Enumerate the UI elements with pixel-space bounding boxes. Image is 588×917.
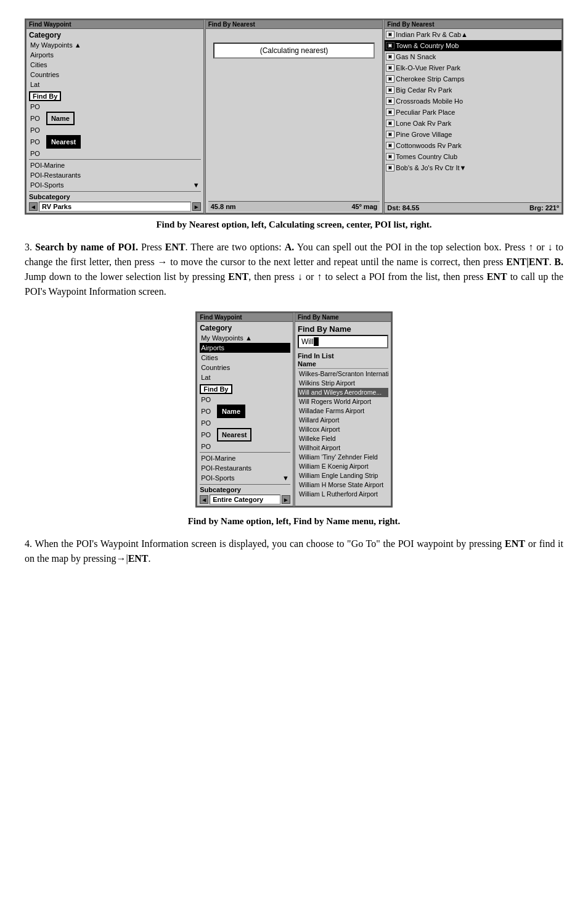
nearest-button[interactable]: Nearest (46, 135, 81, 149)
poi-item[interactable]: ▣ Indian Park Rv & Cab▲ (385, 29, 561, 40)
left-arrow-btn-b[interactable]: ◄ (200, 495, 208, 504)
name-list-item[interactable]: Wilkins Strip Airport (298, 379, 388, 388)
list-item: PO Nearest (29, 135, 201, 149)
name-list-item[interactable]: Willcox Airport (298, 425, 388, 434)
name-list-item[interactable]: Willadae Farms Airport (298, 406, 388, 416)
list-item: PO (200, 418, 290, 428)
name-list-item-selected[interactable]: Will and Wileys Aerodrome... (298, 388, 388, 397)
poi-icon: ▣ (386, 109, 394, 116)
poi-text: Peculiar Park Place (396, 107, 455, 117)
list-item: PO (200, 442, 290, 451)
poi-icon: ▣ (386, 75, 394, 83)
top-screenshot: Find Waypoint Category My Waypoints ▲ Ai… (25, 19, 563, 215)
bearing: 45º mag (351, 203, 377, 210)
poi-icon: ▣ (386, 120, 394, 127)
poi-item[interactable]: ▣ Bob's & Jo's Rv Ctr It▼ (385, 162, 561, 173)
poi-item[interactable]: ▣ Pine Grove Village (385, 129, 561, 140)
subcategory-value-b: Entire Category (210, 495, 280, 504)
poi-text: Crossroads Mobile Ho (396, 96, 463, 106)
name-col-label: Name (298, 360, 388, 369)
list-item: Countries (200, 363, 290, 372)
list-item: Cities (29, 60, 201, 70)
poi-item[interactable]: ▣ Cottonwoods Rv Park (385, 140, 561, 151)
poi-icon: ▣ (386, 86, 394, 94)
list-item: Cities (200, 353, 290, 363)
list-item: PO (29, 149, 201, 158)
list-item: POI-Sports▼ (29, 180, 201, 190)
para3-intro: Search by name of POI. (35, 242, 138, 252)
poi-icon: ▣ (386, 164, 394, 171)
poi-item[interactable]: ▣ Tomes Country Club (385, 151, 561, 162)
category-label: Category (29, 30, 201, 40)
poi-item[interactable]: ▣ Gas N Snack (385, 51, 561, 62)
list-item: My Waypoints ▲ (200, 333, 290, 343)
list-item: My Waypoints ▲ (29, 40, 201, 50)
name-button-b[interactable]: Name (217, 405, 245, 418)
caption2: Find by Name option, left, Find by Name … (25, 516, 563, 527)
poi-item[interactable]: ▣ Cherokee Strip Camps (385, 73, 561, 84)
list-item: POI-Marine (29, 160, 201, 170)
panel-find-waypoint-2: Find Waypoint Category My Waypoints ▲ Ai… (197, 313, 293, 506)
subcategory-label: Subcategory (29, 193, 70, 200)
poi-text: Lone Oak Rv Park (396, 118, 451, 128)
poi-item-selected[interactable]: ▣ Town & Country Mob (385, 40, 561, 51)
name-list-item[interactable]: Willhoit Airport (298, 443, 388, 453)
right-arrow-btn[interactable]: ► (192, 202, 201, 211)
subcategory-value: RV Parks (39, 202, 191, 212)
name-button[interactable]: Name (46, 112, 75, 125)
name-list-item[interactable]: William L Rutherford Airport (298, 490, 388, 499)
poi-text: Pine Grove Village (396, 130, 452, 139)
list-item: PO (200, 395, 290, 405)
name-input[interactable]: Will (298, 335, 388, 348)
list-item: Lat (200, 372, 290, 382)
panel-calculating: Find By Nearest (Calculating nearest) 45… (205, 20, 383, 213)
para3-number: 3. (25, 242, 35, 252)
poi-icon: ▣ (386, 131, 394, 138)
name-list-item[interactable]: William H Morse State Airport (298, 480, 388, 490)
poi-icon: ▣ (386, 31, 394, 38)
name-list-item[interactable]: William Engle Landing Strip (298, 471, 388, 480)
panel-find-name: Find By Name Find By Name Will Find In L… (295, 313, 391, 506)
find-by-box: Find By (29, 91, 61, 101)
panel2-title: Find By Nearest (206, 20, 383, 29)
find-by-box-b: Find By (200, 384, 232, 394)
list-item: Airports (29, 50, 201, 60)
poi-item[interactable]: ▣ Peculiar Park Place (385, 107, 561, 118)
name-list-item[interactable]: Wilkes-Barre/Scranton International (298, 369, 388, 379)
poi-text: Indian Park Rv & Cab▲ (396, 30, 468, 39)
poi-text: Big Cedar Rv Park (396, 85, 452, 95)
list-item: PO Name (200, 405, 290, 418)
poi-item[interactable]: ▣ Elk-O-Vue River Park (385, 62, 561, 73)
right-arrow-btn-b[interactable]: ► (282, 495, 290, 504)
text-cursor (314, 337, 319, 346)
panel1-title: Find Waypoint (27, 20, 203, 29)
panel-poi-list: Find By Nearest ▣ Indian Park Rv & Cab▲ … (384, 20, 562, 213)
list-item: POI-Restaurants (29, 170, 201, 180)
left-arrow-btn[interactable]: ◄ (29, 202, 38, 211)
list-item: PO Name (29, 112, 201, 125)
poi-text: Cherokee Strip Camps (396, 74, 464, 84)
nearest-button-b[interactable]: Nearest (217, 428, 251, 442)
name-list-item[interactable]: William E Koenig Airport (298, 462, 388, 471)
paragraph3: 3. Search by name of POI. Press ENT. The… (25, 240, 563, 299)
find-by-name-heading: Find By Name (298, 323, 388, 335)
poi-icon: ▣ (386, 42, 394, 49)
poi-item[interactable]: ▣ Crossroads Mobile Ho (385, 96, 561, 107)
name-list-item[interactable]: Willeke Field (298, 434, 388, 443)
status-bar: 45.8 nm 45º mag (208, 201, 380, 212)
poi-text: Cottonwoods Rv Park (396, 141, 461, 150)
list-item: Countries (29, 70, 201, 80)
dst-value: Dst: 84.55 (387, 204, 419, 212)
para4-text: When the POI's Waypoint Information scre… (25, 538, 563, 564)
poi-text: Gas N Snack (396, 52, 436, 62)
poi-icon: ▣ (386, 53, 394, 60)
name-list-item[interactable]: Will Rogers World Airport (298, 397, 388, 406)
name-list-item[interactable]: Willard Airport (298, 416, 388, 425)
poi-item[interactable]: ▣ Big Cedar Rv Park (385, 84, 561, 96)
name-list-item[interactable]: William 'Tiny' Zehnder Field (298, 453, 388, 462)
paragraph4: 4. When the POI's Waypoint Information s… (25, 537, 563, 566)
list-item-selected: Airports (200, 343, 290, 353)
poi-item[interactable]: ▣ Lone Oak Rv Park (385, 118, 561, 129)
category-label-b: Category (200, 323, 290, 333)
poi-text: Bob's & Jo's Rv Ctr It▼ (396, 163, 466, 173)
